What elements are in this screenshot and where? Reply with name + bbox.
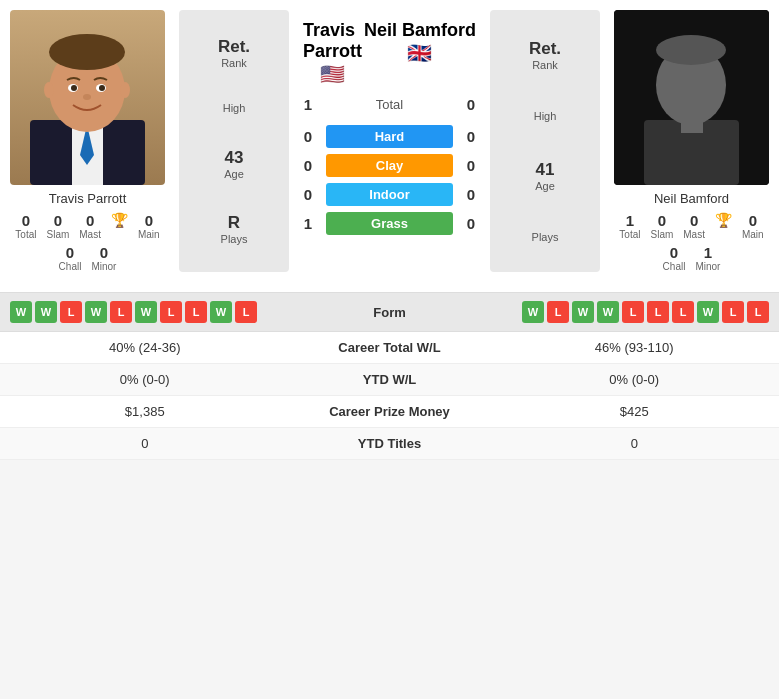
stats-left-3: 0	[0, 436, 290, 451]
stats-left-1: 0% (0-0)	[0, 372, 290, 387]
form-badge-w: W	[597, 301, 619, 323]
travis-silhouette	[10, 10, 165, 185]
left-age: 43 Age	[224, 148, 244, 180]
form-badge-l: L	[672, 301, 694, 323]
stats-right-3: 0	[490, 436, 780, 451]
indoor-row: 0 Indoor 0	[298, 183, 481, 206]
form-badge-l: L	[722, 301, 744, 323]
form-badge-l: L	[60, 301, 82, 323]
left-trophy: 🏆	[111, 212, 128, 240]
svg-point-9	[99, 85, 105, 91]
right-mid-card: Ret. Rank High 41 Age Plays	[490, 10, 600, 272]
stats-label-0: Career Total W/L	[290, 340, 490, 355]
right-chall-stat: 0 Chall	[663, 244, 686, 272]
form-badge-w: W	[210, 301, 232, 323]
stats-label-3: YTD Titles	[290, 436, 490, 451]
stats-label-1: YTD W/L	[290, 372, 490, 387]
right-slam-stat: 0 Slam	[650, 212, 673, 240]
right-total-stat: 1 Total	[619, 212, 640, 240]
form-badge-l: L	[110, 301, 132, 323]
player-names-row: TravisParrott 🇺🇸 Neil Bamford 🇬🇧	[293, 20, 486, 86]
form-badge-w: W	[135, 301, 157, 323]
right-minor-stat: 1 Minor	[695, 244, 720, 272]
form-badge-w: W	[522, 301, 544, 323]
form-badge-l: L	[622, 301, 644, 323]
form-badge-l: L	[547, 301, 569, 323]
right-trophy: 🏆	[715, 212, 732, 240]
svg-point-10	[44, 82, 54, 98]
right-age: 41 Age	[535, 160, 555, 192]
right-mast-stat: 0 Mast	[683, 212, 705, 240]
form-badge-w: W	[85, 301, 107, 323]
hard-row: 0 Hard 0	[298, 125, 481, 148]
clay-row: 0 Clay 0	[298, 154, 481, 177]
form-badge-l: L	[647, 301, 669, 323]
neil-photo	[614, 10, 769, 185]
svg-point-12	[83, 94, 91, 100]
form-badge-w: W	[697, 301, 719, 323]
form-badge-w: W	[10, 301, 32, 323]
grass-row: 1 Grass 0	[298, 212, 481, 235]
player-left-name: Travis Parrott	[49, 191, 127, 206]
form-label: Form	[340, 305, 440, 320]
right-plays: Plays	[532, 231, 559, 243]
left-chall-stat: 0 Chall	[59, 244, 82, 272]
form-badge-l: L	[185, 301, 207, 323]
form-badge-l: L	[160, 301, 182, 323]
right-high: High	[534, 110, 557, 122]
stats-row: $1,385 Career Prize Money $425	[0, 396, 779, 428]
right-rank: Ret. Rank	[529, 39, 561, 71]
left-high: High	[223, 102, 246, 114]
neil-silhouette	[614, 10, 769, 185]
right-main-stat: 0 Main	[742, 212, 764, 240]
form-badges-left: WWLWLWLLWL	[10, 301, 340, 323]
svg-point-11	[120, 82, 130, 98]
left-name-flag: TravisParrott 🇺🇸	[303, 20, 362, 86]
player-left-stats: 0 Total 0 Slam 0 Mast 🏆 0 Main	[10, 212, 165, 272]
form-badge-w: W	[572, 301, 594, 323]
main-container: Travis Parrott 0 Total 0 Slam 0 Mast 🏆	[0, 0, 779, 460]
left-main-stat: 0 Main	[138, 212, 160, 240]
travis-header-name: TravisParrott	[303, 20, 362, 62]
players-section: Travis Parrott 0 Total 0 Slam 0 Mast 🏆	[0, 0, 779, 282]
left-plays: R Plays	[221, 213, 248, 245]
right-name-flag: Neil Bamford 🇬🇧	[364, 20, 476, 65]
travis-flag: 🇺🇸	[320, 62, 345, 86]
stats-row: 40% (24-36) Career Total W/L 46% (93-110…	[0, 332, 779, 364]
player-left: Travis Parrott 0 Total 0 Slam 0 Mast 🏆	[0, 10, 175, 272]
player-right-name: Neil Bamford	[654, 191, 729, 206]
stats-right-2: $425	[490, 404, 780, 419]
player-right-stats: 1 Total 0 Slam 0 Mast 🏆 0 Main	[614, 212, 769, 272]
stats-right-0: 46% (93-110)	[490, 340, 780, 355]
stats-table: 40% (24-36) Career Total W/L 46% (93-110…	[0, 331, 779, 460]
neil-header-name: Neil Bamford	[364, 20, 476, 41]
left-slam-stat: 0 Slam	[46, 212, 69, 240]
total-row: 1 Total 0	[298, 96, 481, 113]
neil-flag: 🇬🇧	[407, 41, 432, 65]
svg-point-5	[49, 34, 125, 70]
stats-left-0: 40% (24-36)	[0, 340, 290, 355]
stats-right-1: 0% (0-0)	[490, 372, 780, 387]
form-badge-l: L	[747, 301, 769, 323]
stats-row: 0% (0-0) YTD W/L 0% (0-0)	[0, 364, 779, 396]
svg-rect-16	[681, 118, 703, 133]
stats-label-2: Career Prize Money	[290, 404, 490, 419]
svg-point-17	[656, 35, 726, 65]
left-mast-stat: 0 Mast	[79, 212, 101, 240]
player-right: Neil Bamford 1 Total 0 Slam 0 Mast 🏆	[604, 10, 779, 272]
stats-left-2: $1,385	[0, 404, 290, 419]
left-rank: Ret. Rank	[218, 37, 250, 69]
court-rows: 1 Total 0 0 Hard 0 0 Clay 0 0	[293, 96, 486, 235]
form-badge-w: W	[35, 301, 57, 323]
form-badges-right: WLWWLLLWLL	[440, 301, 770, 323]
center-section: TravisParrott 🇺🇸 Neil Bamford 🇬🇧 1 Total…	[293, 10, 486, 272]
travis-photo	[10, 10, 165, 185]
stats-row: 0 YTD Titles 0	[0, 428, 779, 460]
left-minor-stat: 0 Minor	[91, 244, 116, 272]
svg-point-8	[71, 85, 77, 91]
left-mid-card: Ret. Rank High 43 Age R Plays	[179, 10, 289, 272]
form-badge-l: L	[235, 301, 257, 323]
left-total-stat: 0 Total	[15, 212, 36, 240]
form-section: WWLWLWLLWL Form WLWWLLLWLL	[0, 292, 779, 331]
